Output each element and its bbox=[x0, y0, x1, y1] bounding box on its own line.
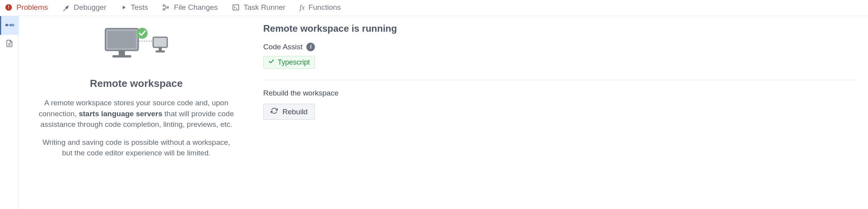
status-title: Remote workspace is running bbox=[263, 23, 859, 34]
tab-functions[interactable]: fx Functions bbox=[300, 3, 341, 12]
svg-rect-16 bbox=[119, 50, 125, 55]
info-icon[interactable]: i bbox=[306, 43, 315, 51]
button-label: Rebuild bbox=[282, 108, 307, 116]
tab-problems[interactable]: Problems bbox=[5, 3, 48, 12]
tab-label: Debugger bbox=[74, 3, 106, 12]
divider bbox=[263, 80, 859, 80]
fx-icon: fx bbox=[300, 4, 305, 12]
svg-rect-7 bbox=[233, 5, 239, 10]
svg-rect-2 bbox=[8, 9, 9, 9]
svg-rect-1 bbox=[8, 5, 9, 8]
play-icon bbox=[121, 4, 127, 11]
code-assist-label: Code Assist bbox=[263, 43, 302, 51]
tab-label: File Changes bbox=[174, 3, 218, 12]
svg-rect-22 bbox=[156, 50, 165, 52]
terminal-icon bbox=[232, 4, 240, 11]
sidebar-item-connection[interactable] bbox=[0, 16, 19, 35]
workspace-illustration bbox=[103, 25, 170, 67]
chip-label: Typescript bbox=[278, 58, 310, 67]
refresh-icon bbox=[271, 107, 278, 116]
diff-icon bbox=[162, 4, 170, 11]
status-panel: Remote workspace is running Code Assist … bbox=[254, 23, 868, 209]
tab-label: Problems bbox=[16, 3, 48, 12]
typescript-chip: Typescript bbox=[263, 56, 315, 69]
explainer-title: Remote workspace bbox=[90, 77, 183, 90]
svg-rect-3 bbox=[163, 5, 165, 6]
rebuild-heading: Rebuild the workspace bbox=[263, 89, 859, 97]
explainer-paragraph-1: A remote workspace stores your source co… bbox=[38, 97, 234, 130]
svg-rect-20 bbox=[153, 37, 167, 47]
svg-point-19 bbox=[137, 28, 148, 39]
tab-task-runner[interactable]: Task Runner bbox=[232, 3, 286, 12]
tab-label: Task Runner bbox=[244, 3, 286, 12]
tab-label: Tests bbox=[131, 3, 148, 12]
svg-rect-6 bbox=[167, 7, 168, 8]
explainer-paragraph-2: Writing and saving code is possible with… bbox=[38, 137, 234, 159]
connection-icon bbox=[5, 22, 14, 30]
svg-point-9 bbox=[6, 24, 8, 26]
sidebar bbox=[0, 16, 19, 209]
tab-bar: Problems Debugger Tests File Changes Tas… bbox=[0, 0, 868, 16]
svg-rect-15 bbox=[108, 31, 136, 48]
check-icon bbox=[268, 58, 275, 67]
tab-file-changes[interactable]: File Changes bbox=[162, 3, 218, 12]
explainer-panel: Remote workspace A remote workspace stor… bbox=[19, 23, 254, 209]
svg-rect-4 bbox=[163, 9, 165, 10]
rebuild-button[interactable]: Rebuild bbox=[263, 104, 315, 120]
svg-rect-21 bbox=[159, 47, 162, 50]
file-icon bbox=[5, 40, 13, 49]
alert-circle-icon bbox=[5, 4, 13, 11]
tab-label: Functions bbox=[309, 3, 341, 12]
svg-rect-17 bbox=[112, 55, 131, 58]
tab-tests[interactable]: Tests bbox=[121, 3, 148, 12]
wrench-icon bbox=[62, 4, 70, 11]
tab-debugger[interactable]: Debugger bbox=[62, 3, 106, 12]
sidebar-item-files[interactable] bbox=[0, 35, 19, 54]
text-fragment-bold: starts language servers bbox=[79, 110, 162, 118]
